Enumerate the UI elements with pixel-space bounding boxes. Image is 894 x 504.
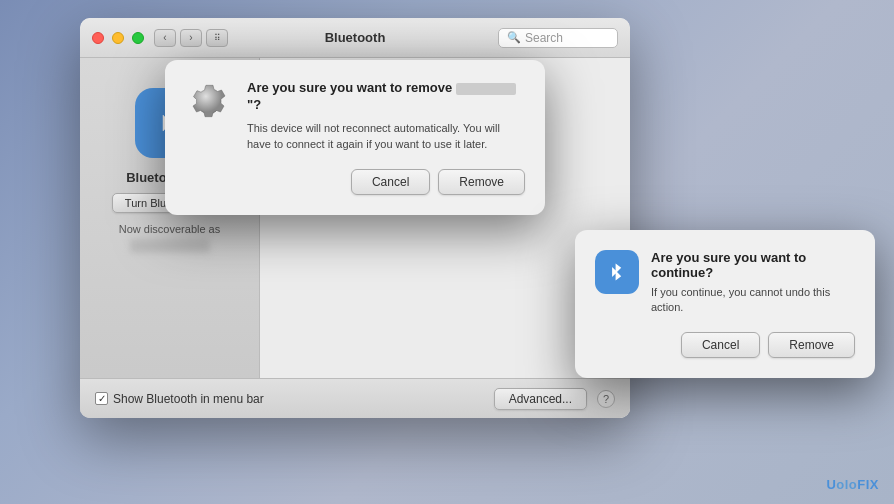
continue-dialog-remove-button[interactable]: Remove (768, 332, 855, 358)
traffic-lights (92, 32, 144, 44)
remove-dialog-body: This device will not reconnect automatic… (247, 120, 525, 153)
nav-buttons: ‹ › ⠿ (154, 29, 228, 47)
remove-dialog-title: Are you sure you want to remove "? (247, 80, 525, 114)
watermark-prefix: U (826, 477, 836, 492)
device-name-redacted (130, 239, 210, 253)
discoverable-label: Now discoverable as (119, 223, 221, 235)
watermark: UoloFIX (826, 477, 879, 492)
continue-dialog-body: If you continue, you cannot undo this ac… (651, 285, 855, 316)
continue-dialog: Are you sure you want to continue? If yo… (575, 230, 875, 378)
help-button[interactable]: ? (597, 390, 615, 408)
watermark-suffix: FIX (857, 477, 879, 492)
show-bluetooth-label: Show Bluetooth in menu bar (113, 392, 264, 406)
bluetooth-small-svg (603, 258, 631, 286)
window-title: Bluetooth (325, 30, 386, 45)
back-button[interactable]: ‹ (154, 29, 176, 47)
remove-dialog-buttons: Cancel Remove (185, 169, 525, 195)
show-bluetooth-checkbox[interactable]: ✓ (95, 392, 108, 405)
remove-dialog-text: Are you sure you want to remove "? This … (247, 80, 525, 153)
title-bar: ‹ › ⠿ Bluetooth 🔍 Search (80, 18, 630, 58)
close-button[interactable] (92, 32, 104, 44)
continue-dialog-title: Are you sure you want to continue? (651, 250, 855, 280)
grid-button[interactable]: ⠿ (206, 29, 228, 47)
gear-icon (185, 80, 233, 128)
remove-dialog-remove-button[interactable]: Remove (438, 169, 525, 195)
minimize-button[interactable] (112, 32, 124, 44)
continue-dialog-cancel-button[interactable]: Cancel (681, 332, 760, 358)
device-name-redacted-dialog (456, 83, 516, 95)
watermark-brand: olo (836, 477, 857, 492)
forward-button[interactable]: › (180, 29, 202, 47)
remove-dialog-content: Are you sure you want to remove "? This … (185, 80, 525, 153)
show-bluetooth-checkbox-area: ✓ Show Bluetooth in menu bar (95, 392, 264, 406)
continue-dialog-text: Are you sure you want to continue? If yo… (651, 250, 855, 316)
bottom-bar: ✓ Show Bluetooth in menu bar Advanced...… (80, 378, 630, 418)
advanced-button[interactable]: Advanced... (494, 388, 587, 410)
continue-dialog-buttons: Cancel Remove (595, 332, 855, 358)
search-placeholder: Search (525, 31, 563, 45)
remove-device-dialog: Are you sure you want to remove "? This … (165, 60, 545, 215)
search-bar[interactable]: 🔍 Search (498, 28, 618, 48)
maximize-button[interactable] (132, 32, 144, 44)
search-icon: 🔍 (507, 31, 521, 44)
remove-dialog-cancel-button[interactable]: Cancel (351, 169, 430, 195)
continue-dialog-content: Are you sure you want to continue? If yo… (595, 250, 855, 316)
bluetooth-icon-small (595, 250, 639, 294)
